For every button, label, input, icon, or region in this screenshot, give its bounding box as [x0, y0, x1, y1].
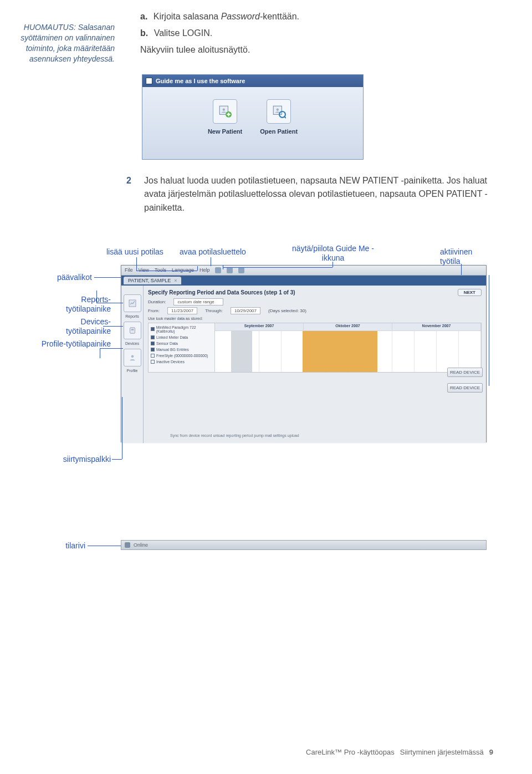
- source-label: MiniMed Paradigm 722 (Kalibroitu): [156, 325, 212, 333]
- source-label: Sensor Data: [156, 342, 178, 345]
- from-date-field[interactable]: 11/23/2007: [167, 307, 197, 314]
- source-checkbox[interactable]: [151, 348, 155, 352]
- svg-point-9: [131, 355, 134, 358]
- annotation-status-row: tilarivi: [47, 541, 85, 551]
- new-patient-icon: [213, 99, 237, 124]
- open-list-icon[interactable]: [227, 267, 233, 273]
- read-device-button-1[interactable]: READ DEVICE: [447, 368, 483, 377]
- devices-workspace-button[interactable]: [124, 322, 141, 339]
- list-tip: Use look master data as stored:: [148, 317, 482, 320]
- step-2-paragraph: 2 Jos haluat luoda uuden potilastietueen…: [126, 174, 493, 215]
- add-patient-icon[interactable]: [215, 267, 221, 273]
- guide-me-bar: Guide me as I use the software: [142, 75, 363, 87]
- footer-guide-title: CareLink™ Pro -käyttöopas: [306, 748, 395, 756]
- profile-workspace-button[interactable]: [124, 349, 141, 366]
- month-header: September 2007: [215, 323, 304, 331]
- step-b-result: Näkyviin tulee aloitusnäyttö.: [140, 43, 493, 57]
- reports-label: Reports: [121, 314, 143, 318]
- duration-label: Duration:: [148, 299, 166, 304]
- source-label: Linked Meter Data: [156, 335, 188, 339]
- source-checkbox[interactable]: [151, 335, 155, 339]
- status-icon: [125, 542, 130, 548]
- workspace-content: Specify Reporting Period and Data Source…: [144, 286, 486, 443]
- annotation-active-workspace: aktiivinen työtila: [440, 247, 490, 266]
- source-checkbox[interactable]: [151, 342, 155, 345]
- status-bar: Online: [121, 540, 487, 550]
- step-b-label: b.: [140, 28, 148, 38]
- source-label: Manual BG Entries: [156, 348, 189, 352]
- devices-label: Devices: [121, 342, 143, 345]
- open-patient-label: Open Patient: [260, 128, 298, 135]
- svg-point-4: [277, 108, 279, 110]
- step-2-number: 2: [126, 174, 135, 215]
- annotated-figure: lisää uusi potilas avaa potilasluettelo …: [39, 235, 493, 590]
- guide-me-toggle-icon[interactable]: [238, 267, 244, 273]
- annotation-main-menus: päävalikot: [39, 273, 92, 282]
- step-a-line: a. Kirjoita salasana Password-kenttään.: [140, 10, 493, 23]
- step-heading: Specify Reporting Period and Data Source…: [148, 289, 295, 296]
- calendar-grid: September 2007 Oktober 2007 November 200…: [215, 323, 481, 372]
- patient-tab-label: PATIENT, SAMPLE: [128, 278, 171, 283]
- step-a-label: a.: [140, 12, 147, 21]
- close-tab-icon[interactable]: ×: [174, 278, 177, 283]
- annotation-nav-bar: siirtymispalkki: [39, 455, 111, 464]
- workspace-sidebar: Reports Devices Profile: [121, 286, 144, 443]
- annotation-open-list: avaa potilasluettelo: [180, 247, 246, 257]
- password-field-name: Password: [221, 12, 260, 21]
- source-checkbox[interactable]: [151, 360, 155, 364]
- data-sources-list: MiniMed Paradigm 722 (Kalibroitu) Linked…: [149, 323, 215, 372]
- footnote-options: Sync from device record unload reporting…: [170, 434, 299, 437]
- annotation-add-patient: lisää uusi potilas: [106, 247, 163, 257]
- svg-point-1: [223, 108, 225, 110]
- month-header: November 2007: [392, 323, 481, 331]
- read-device-button-2[interactable]: READ DEVICE: [447, 383, 483, 393]
- annotation-guide-me: näytä/piilota Guide Me -ikkuna: [291, 244, 375, 263]
- profile-label: Profile: [121, 369, 143, 373]
- source-checkbox[interactable]: [151, 354, 155, 358]
- days-selected: (Days selected: 30): [268, 308, 306, 313]
- next-button[interactable]: NEXT: [458, 289, 482, 296]
- source-label: Inactive Devices: [156, 360, 185, 364]
- guide-me-label: Guide me as I use the software: [156, 78, 245, 84]
- install-note: HUOMAUTUS: Salasanan syöttäminen on vali…: [18, 22, 115, 64]
- page-footer: CareLink™ Pro -käyttöopas Siirtyminen jä…: [306, 748, 493, 756]
- footer-section: Siirtyminen järjestelmässä: [400, 748, 484, 756]
- source-label: FreeStyle (00000000-000000): [156, 354, 208, 358]
- new-patient-button[interactable]: New Patient: [208, 99, 242, 135]
- menu-file[interactable]: File: [125, 267, 133, 273]
- status-text: Online: [134, 542, 148, 548]
- footer-page-number: 9: [489, 748, 493, 756]
- step-2-text: Jos haluat luoda uuden potilastietueen, …: [144, 174, 493, 215]
- through-label: Through:: [205, 308, 223, 313]
- from-label: From:: [148, 308, 160, 313]
- annotation-reports-button: Reports-työtilapainike: [39, 295, 111, 314]
- tab-bar: PATIENT, SAMPLE×: [121, 276, 486, 286]
- open-patient-button[interactable]: Open Patient: [260, 99, 298, 135]
- app-window: File View Tools Language Help PATIENT, S…: [121, 265, 487, 442]
- svg-rect-8: [131, 329, 134, 330]
- step-b-line: b. Valitse LOGIN.: [140, 27, 493, 40]
- source-checkbox[interactable]: [151, 327, 155, 331]
- menu-help[interactable]: Help: [200, 267, 210, 273]
- reports-workspace-button[interactable]: [124, 294, 141, 312]
- annotation-devices-button: Devices-työtilapainike: [39, 317, 111, 336]
- step-b-text: Valitse LOGIN.: [154, 28, 213, 38]
- patient-tab[interactable]: PATIENT, SAMPLE×: [124, 277, 181, 284]
- open-patient-icon: [267, 99, 291, 124]
- duration-select[interactable]: custom date range: [173, 298, 223, 305]
- step-a-text1: Kirjoita salasana: [154, 12, 221, 21]
- new-patient-label: New Patient: [208, 128, 242, 135]
- through-date-field[interactable]: 10/29/2007: [231, 307, 260, 314]
- guide-me-checkbox[interactable]: [146, 78, 152, 84]
- month-header: Oktober 2007: [304, 323, 392, 331]
- step-a-text2: -kenttään.: [260, 12, 299, 21]
- start-screen-figure: Guide me as I use the software New Patie…: [142, 74, 364, 160]
- annotation-profile-button: Profile-työtilapainike: [39, 339, 111, 349]
